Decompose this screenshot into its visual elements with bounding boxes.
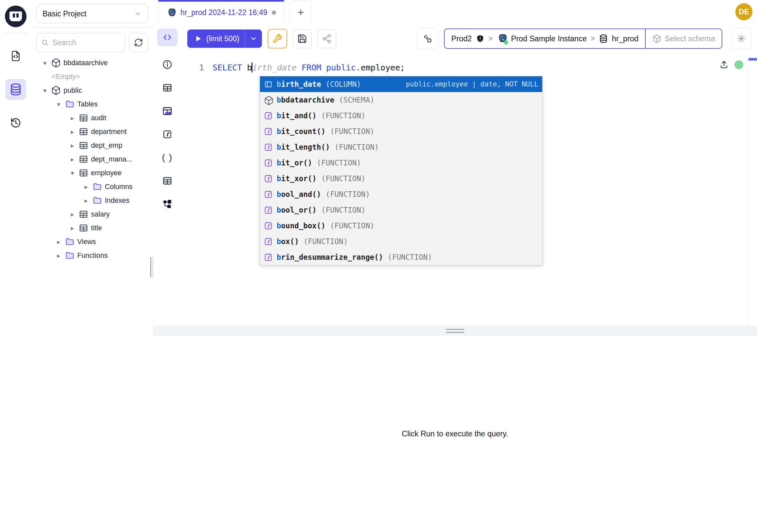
svg-text:f: f [267,144,270,150]
bytebase-logo[interactable] [5,6,26,27]
function-icon: f [264,159,273,168]
suggestion-kind: (COLUMN) [325,80,361,88]
tree-item-bbdataarchive[interactable]: ▾bbdataarchive [31,56,153,70]
function-icon: f [162,129,172,140]
suggestion-bit-and-[interactable]: fbit_and()(FUNCTION) [260,108,542,123]
suggestion-bit-count-[interactable]: fbit_count()(FUNCTION) [260,123,542,139]
tree-item-columns[interactable]: ▸Columns [31,180,153,194]
tree-item-salary[interactable]: ▸salary [31,207,153,221]
chevron-down-icon[interactable]: ▾ [54,101,63,108]
info-button[interactable] [161,58,174,71]
svg-text:f: f [267,207,270,213]
chevron-down-icon[interactable]: ▾ [41,59,49,67]
folder-icon [65,99,75,109]
tree-item-views[interactable]: ▸Views [31,235,153,249]
schema-icon [264,96,273,105]
chevron-right-icon[interactable]: ▸ [68,128,76,136]
suggestion-bit-xor-[interactable]: fbit_xor()(FUNCTION) [260,171,542,186]
code-panel-toggle[interactable] [157,28,177,46]
procedures-button[interactable]: ( ) [161,151,174,164]
tree-item-department[interactable]: ▸department [31,125,153,139]
suggestion-birth-date[interactable]: birth_date(COLUMN)public.employee | date… [260,76,542,92]
schema-diagram-button[interactable] [161,198,174,211]
cursor-position-marker [748,58,757,61]
chevron-right-icon[interactable]: ▸ [68,224,76,232]
schema-placeholder: Select schema [665,34,715,43]
chevron-right-icon[interactable]: ▸ [68,211,76,218]
tree-item-title[interactable]: ▸title [31,221,153,235]
format-sql-button[interactable] [267,29,287,48]
chevron-right-icon[interactable]: ▸ [68,114,76,122]
tree-item-dept-emp[interactable]: ▸dept_emp [31,139,153,152]
chevron-down-icon[interactable]: ▾ [68,169,76,177]
refresh-button[interactable] [129,33,148,52]
tree-item-label: Tables [77,100,98,109]
table-search-icon [162,106,173,117]
share-button[interactable] [317,29,336,48]
tables-button[interactable] [161,81,174,94]
suggestion-kind: (FUNCTION) [330,127,374,136]
suggestion-bool-and-[interactable]: fbool_and()(FUNCTION) [260,186,542,202]
suggestion-brin-desummarize-range-[interactable]: fbrin_desummarize_range()(FUNCTION) [260,249,542,265]
table-icon [78,154,88,164]
chevron-right-icon[interactable]: ▸ [54,252,63,260]
user-avatar[interactable]: DE [735,3,752,20]
instance-engine-icon [497,33,507,44]
rail-item-database[interactable] [5,79,26,100]
tree-item-employee[interactable]: ▾employee [31,166,153,180]
search-box [36,33,125,52]
suggestion-bbdataarchive[interactable]: bbdataarchive(SCHEMA) [260,92,542,108]
svg-text:f: f [166,131,170,138]
chevron-right-icon[interactable]: ▸ [54,238,63,246]
connection-scope-button[interactable]: Prod2 > Prod Sample Instance > hr_prod [444,28,646,49]
tree-item-public[interactable]: ▾public [31,83,153,97]
suggestion-bool-or-[interactable]: fbool_or()(FUNCTION) [260,202,542,218]
search-input[interactable] [52,38,120,47]
connection-panel-button[interactable] [417,28,438,49]
schema-selector[interactable]: Select schema [646,28,722,49]
folder-icon [92,182,102,192]
ai-assistant-button[interactable]: ✳ [731,28,752,49]
suggestion-kind: (SCHEMA) [339,96,374,104]
tree-item-dept-mana-[interactable]: ▸dept_mana... [31,152,153,166]
tab-active[interactable]: hr_prod 2024-11-22 16:49 [158,0,284,24]
schema-cube-icon [51,85,61,95]
export-button[interactable] [719,60,729,70]
tree-item-tables[interactable]: ▾Tables [31,97,153,111]
chevron-down-icon[interactable]: ▾ [41,87,49,94]
splitter-grip[interactable] [446,329,464,335]
project-selector[interactable]: Basic Project [36,4,148,23]
suggestion-bound-box-[interactable]: fbound_box()(FUNCTION) [260,218,542,234]
run-options-caret[interactable] [245,29,262,48]
chevron-right-icon[interactable]: ▸ [68,156,76,163]
tree-item-indexes[interactable]: ▸Indexes [31,194,153,207]
editor-toolbar: (limit 500) Prod2 > [182,24,757,54]
app-rail [0,0,32,532]
chevron-right-icon[interactable]: ▸ [68,142,76,149]
save-button[interactable] [293,29,312,48]
tree-item-label: bbdataarchive [64,59,108,67]
tree-item-functions[interactable]: ▸Functions [31,249,153,263]
panel-splitter[interactable] [153,326,757,336]
functions-button[interactable]: f [161,128,174,141]
external-tables-button[interactable] [161,174,174,187]
chevron-right-icon[interactable]: ▸ [82,197,90,204]
rail-item-worksheet[interactable] [5,46,26,67]
instance-status-dot [504,40,508,45]
chevron-right-icon[interactable]: ▸ [82,183,90,191]
sql-editor[interactable]: 1 SELECT birth_date FROM public.employee… [182,54,757,326]
suggestion-name: bound_box() [277,221,325,230]
run-button[interactable]: (limit 500) [187,29,262,48]
tree-item--empty-[interactable]: <Empty> [31,70,153,83]
sidebar: Basic Project ▾bbdataarchive<Empty>▾publ… [31,0,153,532]
suggestion-bit-length-[interactable]: fbit_length()(FUNCTION) [260,139,542,155]
suggestion-bit-or-[interactable]: fbit_or()(FUNCTION) [260,155,542,171]
rail-item-history[interactable] [5,112,26,133]
add-tab-button[interactable]: + [290,0,312,24]
svg-text:f: f [267,192,270,197]
suggestion-box-[interactable]: fbox()(FUNCTION) [260,234,542,249]
table-data-preview-button[interactable] [161,105,174,118]
instance-label: Prod Sample Instance [511,34,587,43]
function-icon: f [264,190,273,199]
tree-item-audit[interactable]: ▸audit [31,111,153,125]
